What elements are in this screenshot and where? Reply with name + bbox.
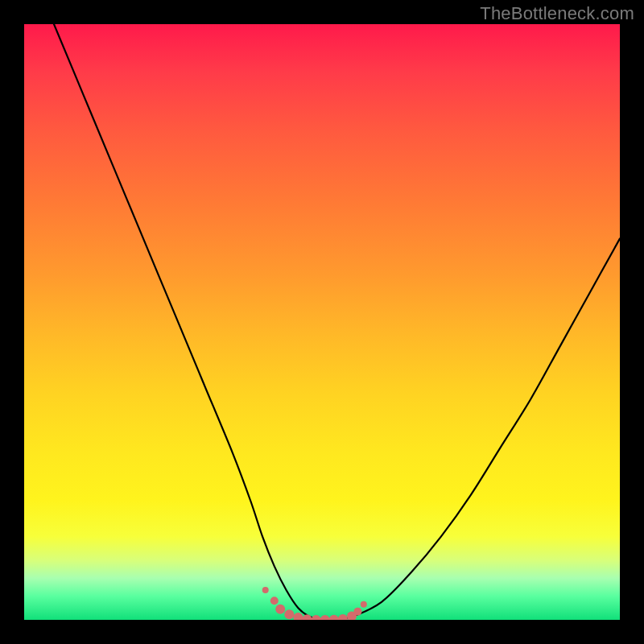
- marker-dot: [284, 609, 294, 619]
- marker-dot: [329, 615, 339, 620]
- marker-dot: [353, 608, 361, 616]
- marker-dot: [293, 613, 303, 620]
- marker-dot: [361, 601, 367, 608]
- curve-layer: [24, 24, 620, 620]
- marker-dot: [270, 597, 279, 605]
- marker-dot: [338, 614, 348, 620]
- marker-dot: [275, 605, 285, 614]
- bottleneck-curve: [54, 24, 620, 620]
- watermark-text: TheBottleneck.com: [480, 3, 634, 24]
- marker-cluster: [262, 587, 367, 620]
- marker-dot: [312, 615, 321, 620]
- marker-dot: [320, 615, 330, 620]
- plot-area: [24, 24, 620, 620]
- chart-frame: TheBottleneck.com: [0, 0, 644, 644]
- marker-dot: [303, 614, 312, 620]
- marker-dot: [262, 587, 269, 593]
